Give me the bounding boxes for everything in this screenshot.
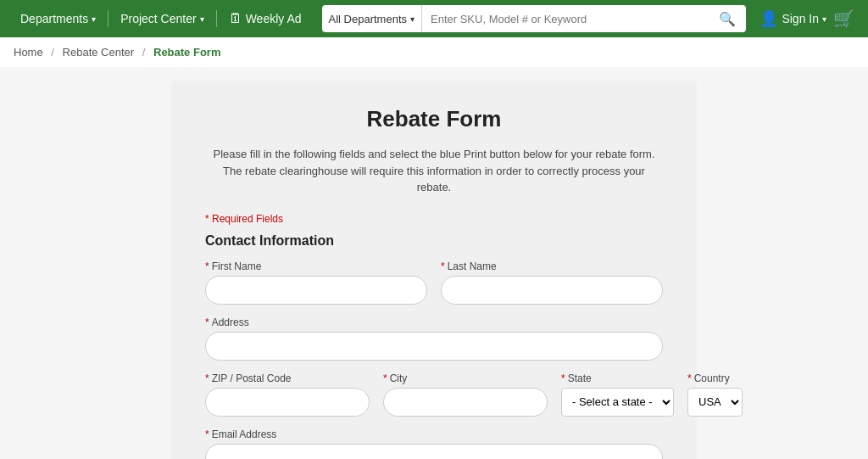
location-row: *ZIP / Postal Code *City *State - Select…: [205, 372, 663, 417]
project-center-nav[interactable]: Project Center ▾: [114, 12, 210, 25]
departments-nav[interactable]: Departments ▾: [14, 12, 103, 25]
rebate-form-container: Rebate Form Please fill in the following…: [171, 81, 697, 459]
user-icon: 👤: [760, 9, 778, 28]
email-input[interactable]: [205, 444, 663, 460]
city-label: *City: [383, 372, 548, 384]
header-right: 👤 Sign In ▾ 🛒: [760, 8, 854, 29]
address-input[interactable]: [205, 332, 663, 361]
breadcrumb-rebate-center[interactable]: Rebate Center: [63, 46, 135, 59]
weekly-ad-icon: 🗓: [229, 11, 242, 26]
email-row: *Email Address: [205, 428, 663, 460]
weekly-ad-label: Weekly Ad: [246, 12, 302, 25]
breadcrumb: Home / Rebate Center / Rebate Form: [0, 37, 868, 67]
search-dept-label: All Departments: [329, 13, 407, 25]
state-label: *State: [561, 372, 674, 384]
form-description: Please fill in the following fields and …: [205, 146, 663, 196]
search-input[interactable]: [422, 5, 709, 32]
nav-divider-2: [216, 10, 217, 27]
contact-info-title: Contact Information: [205, 233, 663, 249]
address-group: *Address: [205, 316, 663, 361]
search-dept-chevron-icon: ▾: [410, 14, 415, 24]
project-center-chevron-icon: ▾: [200, 14, 204, 24]
zip-label: *ZIP / Postal Code: [205, 372, 370, 384]
breadcrumb-current: Rebate Form: [153, 46, 220, 59]
form-title: Rebate Form: [205, 106, 663, 132]
first-name-group: *First Name: [205, 260, 427, 305]
breadcrumb-separator-1: /: [51, 46, 54, 59]
sign-in-label: Sign In: [782, 12, 819, 25]
sign-in-button[interactable]: 👤 Sign In ▾: [760, 9, 826, 28]
project-center-label: Project Center: [120, 12, 196, 25]
search-bar: All Departments ▾ 🔍: [322, 5, 747, 32]
last-name-group: *Last Name: [441, 260, 663, 305]
breadcrumb-separator-2: /: [142, 46, 146, 59]
email-label: *Email Address: [205, 428, 663, 440]
sign-in-chevron-icon: ▾: [822, 14, 826, 24]
first-name-input[interactable]: [205, 276, 427, 305]
name-row: *First Name *Last Name: [205, 260, 663, 305]
departments-label: Departments: [20, 12, 88, 25]
last-name-label: *Last Name: [441, 260, 663, 272]
address-label: *Address: [205, 316, 663, 328]
country-group: *Country USA: [687, 372, 743, 417]
state-select[interactable]: - Select a state -: [561, 388, 674, 417]
country-label: *Country: [687, 372, 743, 384]
main-content: Rebate Form Please fill in the following…: [0, 67, 868, 459]
last-name-input[interactable]: [441, 276, 663, 305]
city-group: *City: [383, 372, 548, 417]
first-name-label: *First Name: [205, 260, 427, 272]
search-dept-selector[interactable]: All Departments ▾: [322, 5, 422, 32]
header: Departments ▾ Project Center ▾ 🗓 Weekly …: [0, 0, 868, 37]
city-input[interactable]: [383, 388, 548, 417]
state-group: *State - Select a state -: [561, 372, 674, 417]
nav-divider-1: [108, 10, 108, 27]
weekly-ad-nav[interactable]: 🗓 Weekly Ad: [222, 11, 309, 26]
breadcrumb-home[interactable]: Home: [14, 46, 43, 59]
country-select[interactable]: USA: [687, 388, 743, 417]
email-group: *Email Address: [205, 428, 663, 460]
required-note: * Required Fields: [205, 213, 663, 225]
departments-chevron-icon: ▾: [92, 14, 96, 24]
zip-group: *ZIP / Postal Code: [205, 372, 370, 417]
address-row: *Address: [205, 316, 663, 361]
search-button[interactable]: 🔍: [709, 5, 746, 32]
zip-input[interactable]: [205, 388, 370, 417]
cart-button[interactable]: 🛒: [833, 8, 854, 29]
